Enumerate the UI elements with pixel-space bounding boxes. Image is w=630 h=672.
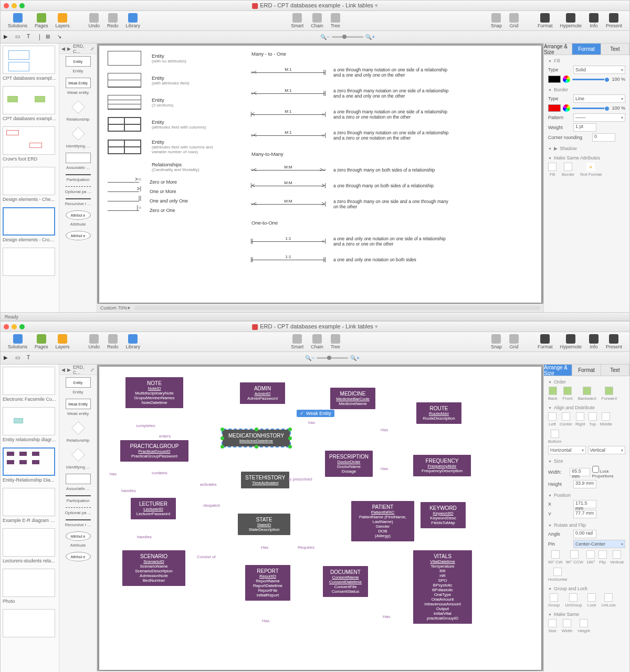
corner-input[interactable]: 0	[592, 133, 615, 142]
fill-opacity-slider[interactable]	[572, 79, 610, 80]
page-thumb[interactable]	[3, 46, 55, 74]
page-thumb[interactable]	[3, 367, 55, 395]
page-thumb[interactable]	[3, 528, 55, 557]
h-scrollbar[interactable]	[134, 306, 540, 310]
align-middle[interactable]: Middle	[600, 412, 613, 426]
make-same-border[interactable]: Border	[562, 163, 574, 177]
close-icon[interactable]	[4, 324, 9, 329]
titlebar[interactable]: ERD - CPT databases example - Link table…	[1, 1, 629, 11]
titlebar[interactable]: ERD - CPT databases example - Link table…	[1, 322, 629, 332]
tree-button[interactable]: Tree	[328, 333, 343, 350]
align-bottom[interactable]: Bottom	[548, 430, 561, 444]
pattern-select[interactable]: ───	[573, 113, 625, 122]
lib-entity-icon[interactable]: Entity	[66, 56, 91, 67]
present-button[interactable]: Present	[603, 12, 625, 29]
present-button[interactable]: Present	[603, 333, 625, 350]
smart-button[interactable]: Smart	[288, 333, 307, 350]
lib-recursive-icon[interactable]	[66, 519, 91, 520]
zoom-out-icon[interactable]: 🔍−	[305, 355, 314, 361]
page-thumb[interactable]	[3, 167, 55, 195]
zoom-control[interactable]: 🔍− 🔍+	[320, 34, 375, 40]
text-icon[interactable]: T	[27, 34, 34, 41]
pointer-icon[interactable]: ▶	[4, 34, 11, 41]
angle-input[interactable]: 0.00 rad	[573, 530, 596, 538]
pages-panel[interactable]: CPT databases example ... CPT databases …	[1, 44, 59, 312]
layers-button[interactable]: Layers	[52, 333, 73, 350]
entity-note[interactable]: NOTENoteIDMultidisciplinaryNoteGropuMemb…	[125, 377, 183, 408]
minimize-icon[interactable]	[12, 324, 17, 329]
page-thumb[interactable]	[3, 569, 55, 597]
lib-entity-icon[interactable]: Entity	[66, 377, 91, 388]
ungroup-btn[interactable]: UnGroup	[565, 593, 582, 607]
make-same-fill[interactable]: Fill	[548, 163, 556, 177]
make-same-section[interactable]: Make Same Attributes	[548, 155, 625, 161]
tree-button[interactable]: Tree	[328, 12, 343, 29]
nav-back-icon[interactable]: ◀	[61, 46, 65, 51]
lib-optional-icon[interactable]	[66, 507, 91, 508]
dist-h-select[interactable]: Horizontal	[548, 446, 586, 454]
align-top[interactable]: Top	[589, 412, 597, 426]
tab-text[interactable]: Text	[601, 44, 629, 55]
snap-button[interactable]: Snap	[488, 12, 505, 29]
grid-button[interactable]: Grid	[506, 333, 522, 350]
layers-button[interactable]: Layers	[52, 12, 73, 29]
flip-h[interactable]: Horizontal	[548, 568, 567, 582]
format-button[interactable]: Format	[534, 333, 556, 350]
x-input[interactable]: 171.5 mm	[573, 500, 596, 508]
smart-button[interactable]: Smart	[288, 12, 307, 29]
library-button[interactable]: Library	[123, 333, 144, 350]
library-button[interactable]: Library	[123, 12, 144, 29]
tab-arrange[interactable]: Arrange & Size	[544, 44, 572, 55]
same-size[interactable]: Size	[548, 619, 556, 633]
lib-weak-entity-icon[interactable]: Weak Entity	[66, 78, 91, 88]
maximize-icon[interactable]	[19, 3, 25, 8]
align-icon[interactable]: ⊞	[46, 34, 53, 41]
group-btn[interactable]: Group	[548, 593, 560, 607]
canvas-area[interactable]: NOTENoteIDMultidisciplinaryNoteGropuMemb…	[97, 365, 543, 672]
same-height[interactable]: Height	[578, 619, 590, 633]
align-right[interactable]: Right	[575, 412, 585, 426]
lib-relationship-icon[interactable]	[71, 100, 85, 113]
fill-type-select[interactable]: Solid	[573, 66, 625, 74]
undo-button[interactable]: Undo	[86, 333, 103, 350]
tab-format[interactable]: Format	[572, 44, 601, 55]
zoom-out-icon[interactable]: 🔍−	[320, 34, 330, 40]
info-button[interactable]: Info	[586, 333, 602, 350]
erd-diagram[interactable]: NOTENoteIDMultidisciplinaryNoteGropuMemb…	[99, 367, 541, 670]
grid-button[interactable]: Grid	[506, 12, 522, 29]
canvas-area[interactable]: Entity(with no attributes) Entity(with a…	[97, 44, 543, 312]
breadcrumb[interactable]: ERD, C...	[73, 365, 88, 375]
lib-weak-entity-icon[interactable]: Weak Entity	[66, 399, 91, 409]
tab-format[interactable]: Format	[572, 365, 601, 376]
entity-state[interactable]: STATEStateIDStateDescription	[238, 514, 290, 535]
minimize-icon[interactable]	[12, 3, 17, 8]
lib-attribute2-icon[interactable]: Attribut e	[66, 552, 91, 561]
undo-button[interactable]: Undo	[86, 12, 103, 29]
align-left[interactable]: Left	[548, 412, 556, 426]
rect-icon[interactable]: ▭	[15, 34, 23, 41]
lib-associative-icon[interactable]	[66, 153, 91, 163]
size-section[interactable]: Size	[548, 458, 625, 464]
entity-practicalgroup[interactable]: PRACTICALGROUPPracticalGroupIDPracticalG…	[120, 440, 188, 462]
rot-90ccw[interactable]: 90° CCW	[566, 550, 583, 564]
entity-lecturer[interactable]: LECTURERLecturerIDLecturerPassword	[131, 498, 176, 519]
nav-fwd-icon[interactable]: ▶	[67, 367, 71, 372]
border-color-swatch[interactable]	[548, 104, 561, 112]
lib-optional-icon[interactable]	[66, 186, 91, 187]
entity-prescription[interactable]: PRESCRIPTIONDoctorOrderDoctorNameDosage	[325, 451, 373, 477]
fill-section[interactable]: Fill	[548, 58, 625, 63]
maximize-icon[interactable]	[19, 324, 25, 329]
page-thumb[interactable]	[3, 126, 55, 155]
zoom-control[interactable]: 🔍− 🔍+	[305, 355, 360, 361]
align-center[interactable]: Center	[560, 412, 572, 426]
fill-color-swatch[interactable]	[548, 76, 561, 83]
rot-180[interactable]: 180°	[586, 550, 595, 564]
lib-recursive-icon[interactable]	[66, 198, 91, 199]
order-back[interactable]: Back	[548, 387, 558, 401]
tab-arrange[interactable]: Arrange & Size	[544, 365, 572, 376]
page-thumb[interactable]	[3, 609, 55, 637]
entity-frequency[interactable]: FREQUENCYFrequencyAbbrFrequencyDescripti…	[413, 455, 471, 476]
snap-button[interactable]: Snap	[488, 333, 505, 350]
library-panel[interactable]: ◀▶ERD, C...⤢ EntityEntity Weak EntityWea…	[59, 44, 97, 312]
shadow-section[interactable]: ▶ Shadow	[548, 146, 625, 151]
